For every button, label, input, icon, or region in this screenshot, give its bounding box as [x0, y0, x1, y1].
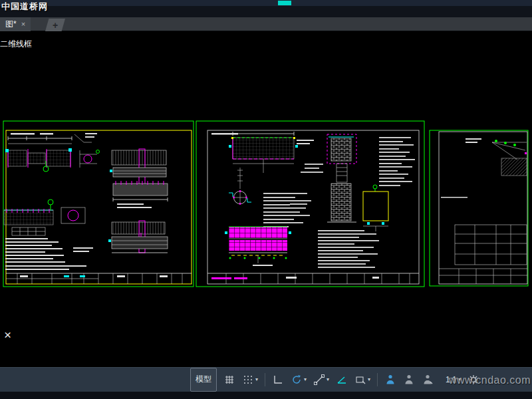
site-watermark-bottom: www.cndao.com	[449, 374, 531, 386]
model-space-canvas[interactable]	[0, 31, 532, 367]
statusbar-separator	[377, 373, 378, 386]
new-tab-button[interactable]: +	[45, 19, 65, 31]
annotation-autoscale-button[interactable]	[400, 370, 418, 389]
dropdown-arrow[interactable]: ▾	[304, 376, 307, 382]
grid-display-icon	[242, 374, 254, 386]
selection-cycling-button[interactable]: ▾	[352, 370, 373, 389]
cad-application-window: 中国道桥网 图* × + 二维线框 ×	[0, 0, 532, 399]
dropdown-arrow[interactable]: ▾	[255, 376, 258, 382]
status-bar-tools: 模型 ▾	[190, 367, 482, 392]
dropdown-arrow[interactable]: ▾	[368, 376, 370, 382]
annotation-scale-button[interactable]	[419, 370, 436, 389]
snap-mode-button[interactable]	[221, 370, 238, 389]
polar-tracking-button[interactable]: ▾	[288, 370, 309, 389]
dropdown-arrow[interactable]: ▾	[327, 376, 329, 382]
tab-close-icon[interactable]: ×	[21, 21, 25, 28]
selection-cycling-icon	[354, 374, 366, 386]
annotation-scale-icon	[422, 374, 434, 386]
object-snap-tracking-icon	[313, 374, 325, 386]
plus-icon: +	[53, 20, 58, 31]
drawing-tab-label: 图*	[5, 19, 17, 30]
titlebar-lower	[0, 6, 532, 17]
taskbar-edge	[0, 392, 532, 399]
annotation-visibility-button[interactable]	[382, 370, 399, 389]
file-tab-bar: 图* × +	[0, 17, 532, 31]
annotation-autoscale-icon	[403, 374, 415, 386]
statusbar-separator	[265, 373, 265, 386]
isometric-drafting-icon	[336, 374, 348, 386]
titlebar	[0, 0, 532, 6]
drawing-tab[interactable]: 图* ×	[0, 17, 31, 31]
visual-style-label[interactable]: 二维线框	[0, 39, 32, 50]
palette-close-icon[interactable]: ×	[4, 329, 11, 341]
snap-grid-icon	[223, 374, 235, 386]
ortho-mode-button[interactable]	[269, 370, 287, 389]
object-snap-tracking-button[interactable]: ▾	[311, 370, 332, 389]
titlebar-accent	[278, 1, 291, 5]
annotation-visibility-icon	[384, 374, 396, 386]
site-watermark-top: 中国道桥网	[1, 1, 48, 13]
ortho-mode-icon	[272, 374, 284, 386]
polar-tracking-icon	[291, 374, 303, 386]
model-space-button[interactable]: 模型	[190, 368, 217, 392]
isometric-drafting-button[interactable]	[333, 370, 350, 389]
grid-display-button[interactable]: ▾	[239, 370, 261, 389]
